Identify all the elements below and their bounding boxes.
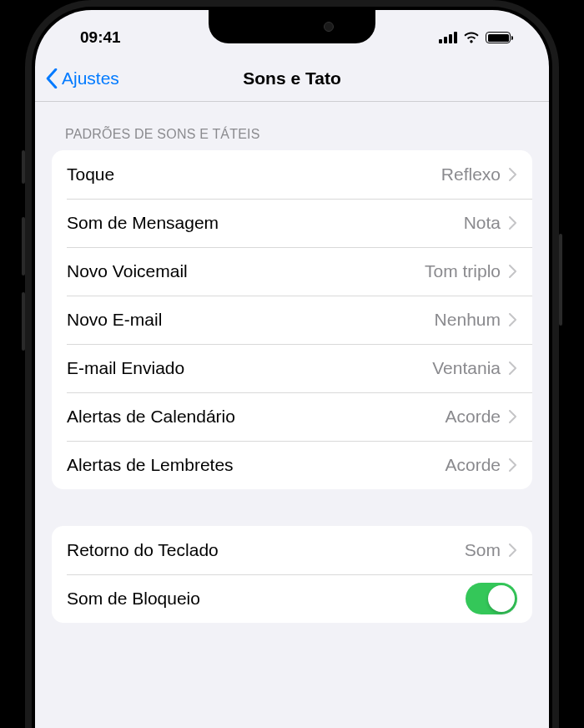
back-label: Ajustes <box>62 68 119 88</box>
row-text-tone[interactable]: Som de Mensagem Nota <box>52 199 532 247</box>
chevron-right-icon <box>509 216 517 230</box>
row-value: Reflexo <box>441 164 501 185</box>
row-label: Novo Voicemail <box>67 261 425 281</box>
row-sent-mail[interactable]: E-mail Enviado Ventania <box>52 344 532 392</box>
row-label: Som de Bloqueio <box>67 589 466 609</box>
row-value: Acorde <box>445 407 501 427</box>
sounds-list: Toque Reflexo Som de Mensagem Nota Novo … <box>52 150 532 489</box>
row-value: Som <box>465 540 501 560</box>
row-reminder-alerts[interactable]: Alertas de Lembretes Acorde <box>52 441 532 489</box>
row-label: Som de Mensagem <box>67 213 464 233</box>
row-calendar-alerts[interactable]: Alertas de Calendário Acorde <box>52 392 532 441</box>
battery-icon <box>486 32 511 43</box>
cellular-signal-icon <box>439 32 457 43</box>
chevron-right-icon <box>509 361 517 375</box>
row-label: Toque <box>67 164 441 185</box>
row-new-voicemail[interactable]: Novo Voicemail Tom triplo <box>52 247 532 296</box>
row-ringtone[interactable]: Toque Reflexo <box>52 150 532 199</box>
chevron-right-icon <box>509 410 517 423</box>
status-time: 09:41 <box>65 28 121 47</box>
row-label: E-mail Enviado <box>67 358 432 378</box>
chevron-right-icon <box>509 313 517 326</box>
row-value: Nenhum <box>435 310 501 330</box>
row-label: Alertas de Lembretes <box>67 455 445 475</box>
chevron-right-icon <box>509 543 517 557</box>
chevron-left-icon <box>45 68 58 88</box>
navigation-bar: Ajustes Sons e Tato <box>35 55 549 102</box>
row-label: Novo E-mail <box>67 310 435 330</box>
row-lock-sound: Som de Bloqueio <box>52 574 532 623</box>
row-label: Retorno do Teclado <box>67 540 465 560</box>
row-keyboard-feedback[interactable]: Retorno do Teclado Som <box>52 526 532 574</box>
device-notch <box>209 10 375 43</box>
row-value: Tom triplo <box>425 261 501 281</box>
page-title: Sons e Tato <box>243 68 340 88</box>
row-new-mail[interactable]: Novo E-mail Nenhum <box>52 296 532 344</box>
row-value: Ventania <box>432 358 501 378</box>
chevron-right-icon <box>509 265 517 278</box>
section-header-sounds: PADRÕES DE SONS E TÁTEIS <box>52 102 532 150</box>
system-sounds-list: Retorno do Teclado Som Som de Bloqueio <box>52 526 532 623</box>
back-button[interactable]: Ajustes <box>35 68 119 88</box>
lock-sound-toggle[interactable] <box>466 583 517 614</box>
chevron-right-icon <box>509 458 517 472</box>
row-value: Acorde <box>445 455 501 475</box>
chevron-right-icon <box>509 168 517 181</box>
row-value: Nota <box>464 213 501 233</box>
row-label: Alertas de Calendário <box>67 407 445 427</box>
wifi-icon <box>463 31 480 44</box>
